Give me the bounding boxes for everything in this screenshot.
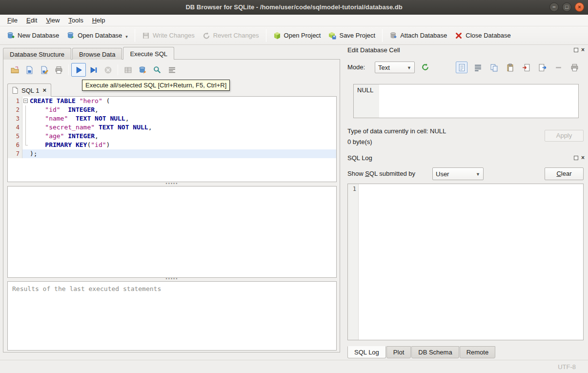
new-database-button[interactable]: New Database — [3, 29, 63, 42]
dock-tab-remote[interactable]: Remote — [460, 346, 496, 358]
line-body[interactable]: ); — [22, 149, 336, 158]
close-tab-icon[interactable]: × — [42, 87, 46, 93]
close-database-button[interactable]: Close Database — [451, 29, 515, 42]
sql-log-filter-select[interactable]: User ▼ — [432, 167, 484, 180]
window-controls: −□× — [549, 2, 584, 12]
line-body[interactable]: PRIMARY KEY("id") — [22, 141, 336, 149]
execution-log: Results of the last executed statements — [7, 281, 337, 351]
execute-current-line-button[interactable] — [86, 63, 101, 77]
code-text: "name" TEXT NOT NULL, — [29, 114, 129, 123]
sql-toolbar — [7, 62, 179, 78]
line-body[interactable]: "age" INTEGER, — [22, 132, 336, 141]
sql-log-title: SQL Log — [347, 154, 372, 162]
code-text: "secret_name" TEXT NOT NULL, — [29, 123, 152, 132]
save-results-icon — [124, 66, 132, 74]
dock-tab-db-schema[interactable]: DB Schema — [411, 346, 459, 358]
show-sql-filter-label: Show SQL submitted by — [347, 170, 415, 177]
float-dock-icon[interactable] — [574, 48, 578, 52]
menu-file[interactable]: File — [3, 15, 22, 26]
sql-editor[interactable]: 1−CREATE TABLE "hero" (2 "id" INTEGER,3 … — [7, 96, 337, 182]
open-sql-file-button[interactable] — [7, 63, 22, 77]
toolbar-separator — [118, 64, 118, 75]
editor-line: 1−CREATE TABLE "hero" ( — [8, 97, 336, 105]
open-database-button[interactable]: Open Database▾ — [63, 29, 132, 42]
import-data-button[interactable] — [520, 62, 532, 73]
line-number: 2 — [8, 105, 22, 114]
maximize-window-icon[interactable]: □ — [562, 2, 571, 12]
open-project-icon — [273, 32, 281, 40]
menu-view[interactable]: View — [41, 15, 64, 26]
title-bar[interactable]: DB Browser for SQLite - /home/user/code/… — [0, 0, 588, 15]
print-sql-button[interactable] — [51, 63, 66, 77]
close-dock-icon[interactable]: × — [581, 47, 585, 52]
print-cell-button[interactable] — [568, 62, 580, 73]
save-results-button[interactable] — [121, 63, 135, 77]
toolbar-button-label: Open Project — [284, 32, 321, 39]
dock-tab-bar: SQL LogPlotDB SchemaRemote — [347, 346, 496, 358]
toolbar-button-label: Open Database — [78, 32, 122, 39]
cell-editor[interactable]: NULL — [353, 84, 579, 118]
line-body[interactable]: "secret_name" TEXT NOT NULL, — [22, 123, 336, 132]
close-window-icon[interactable]: × — [575, 2, 584, 12]
line-body[interactable]: "id" INTEGER, — [22, 105, 336, 114]
revert-changes-button[interactable]: Revert Changes — [199, 29, 263, 42]
splitter-handle[interactable]: ••••• — [7, 278, 337, 281]
menu-help[interactable]: Help — [88, 15, 110, 26]
editor-line: 7); — [8, 149, 336, 158]
execute-all-button[interactable] — [71, 63, 86, 77]
format-sql-button[interactable] — [164, 63, 179, 77]
float-dock-icon[interactable] — [574, 156, 578, 160]
chevron-down-icon: ▼ — [476, 171, 480, 177]
open-query-database-button[interactable] — [135, 63, 150, 77]
apply-button[interactable]: Apply — [545, 130, 584, 142]
paste-data-button[interactable] — [504, 62, 516, 73]
mode-select[interactable]: Text ▼ — [375, 62, 415, 73]
sql-log-view[interactable]: 1 — [347, 184, 584, 340]
set-null-button[interactable] — [552, 62, 564, 73]
paste-data-icon — [506, 63, 514, 72]
word-wrap-button[interactable] — [472, 62, 484, 73]
save-sql-file-button[interactable] — [22, 63, 37, 77]
fold-marker-icon[interactable]: − — [22, 97, 29, 105]
splitter-handle[interactable]: ••••• — [7, 183, 337, 186]
save-sql-file-as-button[interactable] — [37, 63, 51, 77]
stop-execution-button[interactable] — [101, 63, 115, 77]
text-view-button[interactable] — [456, 62, 467, 73]
tab-execute-sql[interactable]: Execute SQL — [123, 47, 174, 60]
results-grid[interactable] — [7, 186, 337, 278]
minimize-window-icon[interactable]: − — [549, 2, 559, 12]
line-body[interactable]: "name" TEXT NOT NULL, — [22, 114, 336, 123]
tab-browse-data[interactable]: Browse Data — [72, 48, 122, 60]
dock-tab-sql-log[interactable]: SQL Log — [347, 346, 386, 358]
toolbar-button-label: Write Changes — [153, 32, 195, 39]
dropdown-arrow-icon[interactable]: ▾ — [125, 32, 128, 39]
toolbar-separator — [68, 64, 69, 75]
find-replace-button[interactable] — [150, 63, 164, 77]
print-sql-icon — [55, 66, 63, 74]
tab-sql-1[interactable]: SQL 1 × — [7, 83, 51, 97]
line-body[interactable]: −CREATE TABLE "hero" ( — [22, 97, 336, 105]
tab-database-structure[interactable]: Database Structure — [3, 48, 71, 60]
open-project-button[interactable]: Open Project — [269, 29, 325, 42]
main-tab-bar: Database StructureBrowse DataExecute SQL — [3, 47, 175, 60]
copy-data-button[interactable] — [488, 62, 500, 73]
menu-edit[interactable]: Edit — [22, 15, 41, 26]
auto-switch-mode-icon — [421, 63, 429, 71]
menu-tools[interactable]: Tools — [64, 15, 87, 26]
line-number: 4 — [8, 123, 22, 132]
export-data-button[interactable] — [536, 62, 548, 73]
save-sql-file-as-icon — [40, 66, 48, 74]
attach-database-button[interactable]: Attach Database — [385, 29, 451, 42]
auto-switch-mode-button[interactable] — [419, 61, 431, 73]
dock-tab-plot[interactable]: Plot — [386, 346, 411, 358]
save-project-button[interactable]: Save Project — [324, 29, 379, 42]
chevron-down-icon: ▼ — [407, 65, 411, 70]
clear-log-button[interactable]: Clear — [545, 167, 584, 180]
import-data-icon — [522, 63, 530, 72]
close-database-icon — [455, 32, 463, 40]
close-dock-icon[interactable]: × — [581, 155, 585, 160]
tooltip: Execute all/selected SQL [Ctrl+Return, F… — [82, 80, 230, 91]
write-changes-button[interactable]: Write Changes — [138, 29, 199, 42]
set-null-icon — [554, 63, 563, 72]
fold-guide — [22, 123, 29, 132]
